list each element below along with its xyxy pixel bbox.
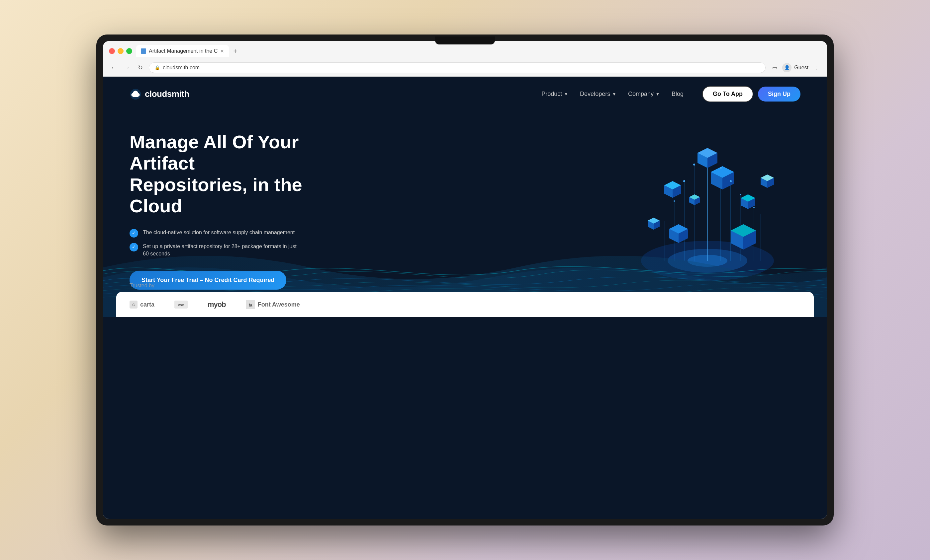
menu-button[interactable]: ⋮: [811, 63, 821, 73]
fontawesome-label: Font Awesome: [258, 301, 300, 308]
carta-label: carta: [140, 301, 154, 308]
back-button[interactable]: ←: [109, 63, 118, 72]
trusted-section: Trusted by C carta: [103, 283, 827, 317]
check-icon-2: ✓: [129, 243, 138, 252]
nav-product-label: Product: [541, 91, 562, 98]
tab-title: Artifact Management in the C: [149, 48, 217, 54]
tab-favicon: [141, 48, 146, 54]
fontawesome-icon: fa: [246, 300, 255, 309]
svg-rect-4: [133, 95, 138, 97]
laptop-frame: Artifact Management in the C ✕ + ← → ↻ 🔒…: [96, 34, 834, 526]
nav-product[interactable]: Product ▼: [541, 91, 568, 98]
svg-point-60: [753, 207, 754, 208]
hero-title: Manage All Of Your Artifact Repositories…: [129, 131, 302, 217]
close-button[interactable]: [109, 48, 115, 54]
carta-icon: C: [129, 301, 137, 308]
signup-button[interactable]: Sign Up: [758, 87, 801, 101]
svg-text:C: C: [132, 303, 134, 307]
trusted-logo-myob: myob: [208, 300, 226, 309]
reload-button[interactable]: ↻: [135, 63, 145, 72]
logo-link[interactable]: cloudsmith: [129, 88, 189, 100]
logo-icon: [129, 88, 142, 100]
svg-point-58: [674, 200, 675, 202]
product-chevron-icon: ▼: [564, 92, 568, 97]
hero-content: Manage All Of Your Artifact Repositories…: [129, 131, 302, 290]
company-chevron-icon: ▼: [656, 92, 660, 97]
logo-text: cloudsmith: [145, 89, 189, 99]
hero-features: ✓ The cloud-native solution for software…: [129, 229, 302, 258]
forward-button[interactable]: →: [122, 63, 131, 72]
nav-developers-label: Developers: [580, 91, 610, 98]
trusted-logo-carta: C carta: [129, 301, 154, 308]
hero-feature-1: ✓ The cloud-native solution for software…: [129, 229, 302, 238]
new-tab-button[interactable]: +: [230, 46, 240, 56]
address-bar[interactable]: 🔒 cloudsmith.com: [149, 62, 765, 73]
minimize-button[interactable]: [118, 48, 123, 54]
goto-app-button[interactable]: Go To App: [702, 86, 753, 102]
myob-label: myob: [208, 300, 226, 309]
camera-notch: [435, 37, 495, 44]
url-text: cloudsmith.com: [163, 65, 200, 71]
nav-company-label: Company: [628, 91, 654, 98]
hero-section: Manage All Of Your Artifact Repositories…: [103, 112, 827, 317]
svg-text:fa: fa: [248, 303, 252, 308]
site-nav: cloudsmith Product ▼ Developers ▼ Compan…: [103, 77, 827, 112]
svg-point-59: [740, 194, 741, 195]
traffic-lights: [109, 48, 132, 54]
nav-developers[interactable]: Developers ▼: [580, 91, 616, 98]
nav-cta: Go To App Sign Up: [702, 86, 801, 102]
trusted-logo-fontawesome: fa Font Awesome: [246, 300, 300, 309]
svg-point-56: [720, 167, 722, 169]
svg-text:VSC: VSC: [178, 304, 184, 307]
trusted-label: Trusted by: [103, 283, 827, 292]
browser-actions: ▭ 👤 Guest ⋮: [770, 63, 821, 73]
user-label: Guest: [794, 65, 808, 71]
feature-2-text: Set up a private artifact repository for…: [143, 243, 302, 258]
browser-chrome: Artifact Management in the C ✕ + ← → ↻ 🔒…: [103, 41, 827, 77]
maximize-button[interactable]: [126, 48, 132, 54]
trusted-logo-vsc: VSC: [174, 301, 188, 308]
check-icon-1: ✓: [129, 229, 138, 238]
website-content: cloudsmith Product ▼ Developers ▼ Compan…: [103, 77, 827, 519]
vsc-icon: VSC: [174, 301, 188, 308]
lock-icon: 🔒: [154, 65, 160, 71]
nav-company[interactable]: Company ▼: [628, 91, 660, 98]
split-view-button[interactable]: ▭: [770, 63, 779, 73]
tab-close-icon[interactable]: ✕: [220, 48, 224, 54]
nav-links: Product ▼ Developers ▼ Company ▼ Blog: [541, 86, 801, 102]
active-tab[interactable]: Artifact Management in the C ✕: [136, 45, 229, 57]
nav-blog-label: Blog: [671, 91, 684, 98]
trusted-bar: C carta VSC myob: [116, 292, 814, 317]
feature-1-text: The cloud-native solution for software s…: [143, 229, 295, 236]
nav-blog[interactable]: Blog: [671, 91, 684, 98]
svg-point-57: [730, 180, 732, 182]
developers-chevron-icon: ▼: [612, 92, 616, 97]
hero-feature-2: ✓ Set up a private artifact repository f…: [129, 243, 302, 258]
user-avatar[interactable]: 👤: [782, 63, 791, 72]
screen: Artifact Management in the C ✕ + ← → ↻ 🔒…: [103, 41, 827, 519]
svg-point-55: [693, 164, 695, 166]
svg-point-54: [683, 180, 685, 182]
tab-bar: Artifact Management in the C ✕ +: [136, 45, 821, 57]
